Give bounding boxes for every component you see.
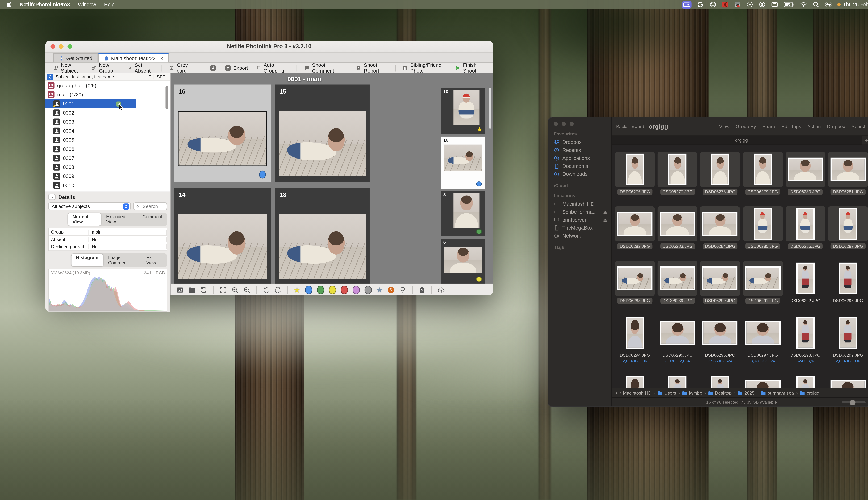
sidebar-item-macintosh-hd[interactable]: Macintosh HD bbox=[554, 200, 611, 208]
tab-close-icon[interactable]: × bbox=[160, 55, 163, 61]
bulb-icon[interactable] bbox=[399, 286, 407, 293]
file-thumbnail[interactable] bbox=[786, 206, 825, 241]
file-thumbnail[interactable] bbox=[828, 206, 868, 241]
photo-card-16[interactable]: 16 bbox=[174, 84, 271, 182]
file-thumbnail[interactable] bbox=[700, 261, 740, 296]
red-media-icon[interactable] bbox=[722, 1, 728, 8]
file-thumbnail[interactable] bbox=[615, 315, 655, 350]
battery-icon[interactable] bbox=[783, 1, 795, 8]
file-thumbnail[interactable] bbox=[658, 261, 697, 296]
sidebar-item-scribe-for-ma[interactable]: Scribe for ma... bbox=[554, 208, 611, 216]
collapse-details-button[interactable] bbox=[48, 194, 56, 200]
file-thumbnail[interactable] bbox=[786, 261, 825, 296]
filmstrip-card-6[interactable]: 6 bbox=[441, 239, 485, 284]
file-dsd06280-jpg[interactable]: DSD06280.JPG bbox=[786, 152, 825, 195]
photo-thumbnail[interactable] bbox=[444, 145, 482, 171]
file-partial[interactable] bbox=[700, 374, 740, 388]
finder-action-action[interactable]: Action bbox=[808, 124, 821, 129]
new-group-button[interactable]: New Group bbox=[88, 64, 122, 72]
grey-card-button[interactable]: Grey card bbox=[166, 64, 198, 72]
file-dsd06284-jpg[interactable]: DSD06284.JPG bbox=[700, 206, 740, 249]
file-thumbnail[interactable] bbox=[658, 374, 697, 388]
finder-action-dropbox[interactable]: Dropbox bbox=[827, 124, 845, 129]
tab-histogram[interactable]: Histogram bbox=[71, 254, 103, 266]
path-item-macintosh-hd[interactable]: Macintosh HD bbox=[616, 390, 651, 395]
finder-action-search[interactable]: Search bbox=[852, 124, 867, 129]
shoot-comment-button[interactable]: Shoot Comment bbox=[301, 64, 344, 72]
file-dsd06286-jpg[interactable]: DSD06286.JPG bbox=[786, 206, 825, 249]
photo-thumbnail[interactable] bbox=[454, 90, 479, 125]
file-partial[interactable] bbox=[786, 374, 825, 388]
folder-icon[interactable] bbox=[188, 286, 195, 293]
file-thumbnail[interactable] bbox=[786, 152, 825, 187]
fit-icon[interactable] bbox=[219, 286, 227, 293]
photo-thumbnail[interactable] bbox=[279, 111, 366, 176]
path-item-desktop[interactable]: Desktop bbox=[708, 390, 732, 395]
rotate-ccw-icon[interactable] bbox=[262, 286, 270, 293]
star-tag-icon[interactable]: ★ bbox=[294, 286, 300, 293]
set-absent-button[interactable]: Set Absent bbox=[124, 64, 157, 72]
photo-thumbnail[interactable] bbox=[279, 214, 366, 279]
app-title-bar[interactable]: Netlife Photolink Pro 3 - v3.2.10 bbox=[45, 41, 493, 53]
file-thumbnail[interactable] bbox=[615, 374, 655, 388]
path-item-orgigg[interactable]: orgigg bbox=[800, 390, 819, 395]
import-box-button[interactable] bbox=[206, 64, 220, 72]
file-thumbnail[interactable] bbox=[700, 206, 740, 241]
file-dsd06276-jpg[interactable]: DSD06276.JPG bbox=[615, 152, 655, 195]
account-circle-icon[interactable] bbox=[758, 1, 766, 8]
color-tag-dot[interactable] bbox=[340, 285, 348, 294]
file-dsd06285-jpg[interactable]: DSD06285.JPG bbox=[743, 206, 783, 249]
menubar-clock[interactable]: Thu 26 Feb 15:56 bbox=[843, 2, 868, 8]
path-item-burnham-sea[interactable]: burnham sea bbox=[761, 390, 794, 395]
orange-dot-icon[interactable] bbox=[837, 3, 841, 6]
file-dsd06279-jpg[interactable]: DSD06279.JPG bbox=[743, 152, 783, 195]
file-thumbnail[interactable] bbox=[615, 261, 655, 296]
sidebar-item-themegabox[interactable]: TheMegaBox bbox=[554, 224, 611, 232]
path-item-2025[interactable]: 2025 bbox=[738, 390, 754, 395]
shoot-report-button[interactable]: Shoot Report bbox=[353, 64, 391, 72]
file-dsd06278-jpg[interactable]: DSD06278.JPG bbox=[700, 152, 740, 195]
finder-tab[interactable]: orgigg bbox=[735, 138, 748, 143]
file-thumbnail[interactable] bbox=[743, 261, 783, 296]
finder-action-share[interactable]: Share bbox=[762, 124, 775, 129]
path-item-lwmbp[interactable]: lwmbp bbox=[682, 390, 702, 395]
sidebar-item-downloads[interactable]: Downloads bbox=[554, 170, 611, 178]
sync-icon[interactable] bbox=[200, 286, 207, 293]
screen-mirroring-icon[interactable] bbox=[682, 1, 692, 8]
file-dsd06289-jpg[interactable]: DSD06289.JPG bbox=[658, 261, 697, 304]
subject-row-0003[interactable]: 0003 bbox=[45, 117, 170, 126]
color-marker[interactable] bbox=[476, 276, 482, 282]
details-search-box[interactable] bbox=[133, 202, 167, 211]
subject-row-0009[interactable]: 0009 bbox=[45, 172, 170, 181]
tab-extended-view[interactable]: Extended View bbox=[102, 213, 137, 226]
auto-cropping-button[interactable]: Auto Cropping bbox=[253, 64, 293, 72]
color-tag-dot[interactable] bbox=[317, 285, 324, 294]
tab-get-started[interactable]: Get Started bbox=[53, 53, 98, 62]
subject-row-0002[interactable]: 0002 bbox=[45, 108, 170, 117]
filmstrip-card-16[interactable]: 16 bbox=[441, 137, 485, 189]
menu-app-name[interactable]: NetlifePhotolinkPro3 bbox=[20, 2, 70, 8]
file-thumbnail[interactable] bbox=[828, 374, 868, 388]
file-thumbnail[interactable] bbox=[743, 206, 783, 241]
new-subject-button[interactable]: New Subject bbox=[50, 64, 87, 72]
eject-icon[interactable] bbox=[603, 209, 608, 215]
file-thumbnail[interactable] bbox=[786, 315, 825, 350]
file-dsd06299-jpg[interactable]: DSD06299.JPG2,624 × 3,936 bbox=[828, 315, 868, 363]
file-dsd06287-jpg[interactable]: DSD06287.JPG bbox=[828, 206, 868, 249]
zoom-in-icon[interactable] bbox=[231, 286, 239, 293]
color-marker[interactable] bbox=[259, 171, 266, 179]
finder-zoom-button[interactable] bbox=[570, 122, 574, 126]
file-dsd06292-jpg[interactable]: DSD06292.JPG bbox=[786, 261, 825, 304]
color-tag-dot[interactable] bbox=[352, 285, 360, 294]
finder-action-view[interactable]: View bbox=[719, 124, 730, 129]
slider-knob[interactable] bbox=[850, 399, 856, 405]
sidebar-item-recents[interactable]: Recents bbox=[554, 146, 611, 154]
subject-row-0008[interactable]: 0008 bbox=[45, 163, 170, 172]
subject-row-0007[interactable]: 0007 bbox=[45, 154, 170, 163]
file-dsd06298-jpg[interactable]: DSD06298.JPG2,624 × 3,936 bbox=[786, 315, 825, 363]
sidebar-item-printserver[interactable]: printserver bbox=[554, 216, 611, 224]
subject-row-group-photo-0-5[interactable]: group photo (0/5) bbox=[45, 81, 170, 90]
color-marker[interactable] bbox=[476, 181, 482, 186]
creative-cloud-icon[interactable] bbox=[709, 1, 717, 8]
finish-shoot-button[interactable]: Finish Shoot bbox=[451, 64, 489, 72]
